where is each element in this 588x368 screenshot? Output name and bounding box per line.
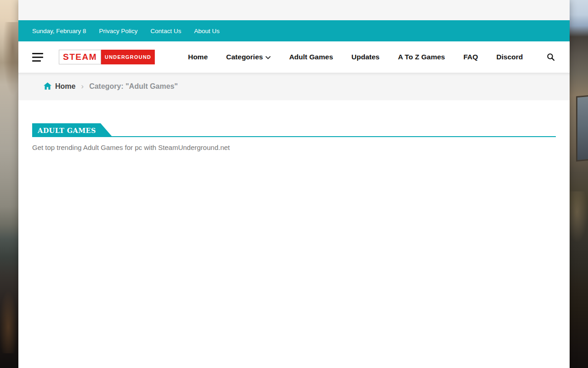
topbar-link-contact-us[interactable]: Contact Us — [151, 28, 181, 34]
nav-faq-label: FAQ — [464, 53, 478, 61]
background-window-detail — [576, 95, 588, 162]
navbar: STEAM UNDERGROUND Home Categories Adult … — [18, 41, 570, 73]
nav-discord[interactable]: Discord — [497, 53, 523, 61]
nav-discord-label: Discord — [497, 53, 523, 61]
page-top-margin — [18, 0, 570, 20]
nav-updates-label: Updates — [351, 53, 379, 61]
topbar: Sunday, February 8 Privacy Policy Contac… — [18, 20, 570, 41]
background-art-left — [0, 0, 18, 368]
main-content: ADULT GAMES Get top trending Adult Games… — [18, 100, 570, 151]
breadcrumb-home-link[interactable]: Home — [44, 82, 75, 91]
section-header: ADULT GAMES — [32, 123, 556, 137]
nav-faq[interactable]: FAQ — [464, 53, 478, 61]
nav-a-to-z-games-label: A To Z Games — [398, 53, 445, 61]
nav-home-label: Home — [188, 53, 208, 61]
nav-home[interactable]: Home — [188, 53, 208, 61]
logo-underground-text: UNDERGROUND — [101, 50, 155, 64]
breadcrumb: Home › Category: "Adult Games" — [18, 73, 570, 100]
section-title: ADULT GAMES — [38, 126, 96, 134]
nav-categories[interactable]: Categories — [226, 53, 271, 61]
nav-categories-label: Categories — [226, 53, 263, 61]
logo-steam-text: STEAM — [59, 50, 101, 64]
home-icon — [44, 82, 51, 90]
section-title-ribbon: ADULT GAMES — [32, 123, 113, 137]
menu-icon[interactable] — [32, 53, 43, 62]
topbar-date: Sunday, February 8 — [32, 28, 86, 34]
nav-adult-games[interactable]: Adult Games — [289, 53, 333, 61]
nav-a-to-z-games[interactable]: A To Z Games — [398, 53, 445, 61]
chevron-down-icon — [266, 56, 271, 59]
section-description: Get top trending Adult Games for pc with… — [32, 144, 556, 151]
breadcrumb-current: Category: "Adult Games" — [89, 82, 178, 91]
nav-adult-games-label: Adult Games — [289, 53, 333, 61]
topbar-link-about-us[interactable]: About Us — [194, 28, 220, 34]
breadcrumb-separator: › — [81, 82, 84, 91]
nav-updates[interactable]: Updates — [351, 53, 379, 61]
page-wrapper: Sunday, February 8 Privacy Policy Contac… — [18, 0, 570, 368]
search-icon — [547, 53, 555, 61]
main-nav: Home Categories Adult Games Updates A To… — [188, 53, 523, 61]
site-logo[interactable]: STEAM UNDERGROUND — [59, 50, 155, 64]
topbar-link-privacy-policy[interactable]: Privacy Policy — [99, 28, 138, 34]
background-art-right — [570, 0, 588, 368]
search-button[interactable] — [546, 52, 556, 62]
breadcrumb-home-label: Home — [55, 82, 75, 91]
